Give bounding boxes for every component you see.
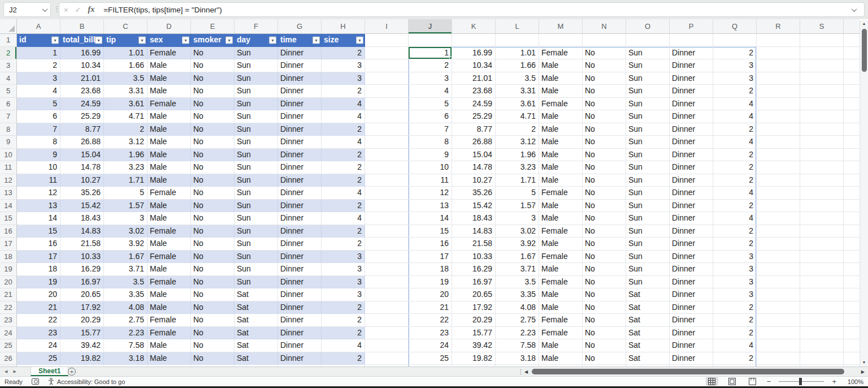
cell-R1[interactable]: [757, 34, 800, 47]
cell-J22[interactable]: 21: [409, 301, 452, 314]
cell-M13[interactable]: Female: [539, 187, 583, 200]
cell-O23[interactable]: Sat: [626, 314, 670, 327]
cell-P5[interactable]: Dinner: [670, 85, 713, 98]
cell-D8[interactable]: Male: [147, 123, 191, 136]
cell-S15[interactable]: [800, 212, 844, 225]
cell-M5[interactable]: Male: [539, 85, 583, 98]
cell-S10[interactable]: [800, 149, 844, 162]
cell-J14[interactable]: 13: [409, 200, 452, 213]
cell-I16[interactable]: [365, 225, 409, 238]
cell-B4[interactable]: 21.01: [60, 72, 104, 85]
cell-P12[interactable]: Dinner: [670, 174, 713, 187]
cell-P7[interactable]: Dinner: [670, 110, 713, 123]
cell-R10[interactable]: [757, 149, 800, 162]
cell-M2[interactable]: Female: [539, 47, 583, 60]
cell-C16[interactable]: 3.02: [104, 225, 147, 238]
filter-dropdown-icon[interactable]: ▾: [225, 37, 233, 44]
cell-A8[interactable]: 7: [17, 123, 60, 136]
cell-M21[interactable]: Male: [539, 288, 583, 301]
cell-E4[interactable]: No: [191, 72, 235, 85]
cell-P20[interactable]: Dinner: [670, 276, 713, 289]
cell-N23[interactable]: No: [583, 314, 626, 327]
cell-K13[interactable]: 35.26: [452, 187, 496, 200]
cell-C9[interactable]: 3.12: [104, 136, 147, 149]
cell-N20[interactable]: No: [583, 276, 626, 289]
cell-N10[interactable]: No: [583, 149, 626, 162]
cell-F24[interactable]: Sat: [235, 327, 278, 340]
vertical-scrollbar-thumb[interactable]: [862, 29, 867, 72]
cell-C4[interactable]: 3.5: [104, 72, 147, 85]
cell-S9[interactable]: [800, 136, 844, 149]
cell-Q17[interactable]: 2: [713, 238, 757, 251]
cell-I26[interactable]: [365, 352, 409, 365]
cell-P11[interactable]: Dinner: [670, 161, 713, 174]
cell-J4[interactable]: 3: [409, 72, 452, 85]
cell-E16[interactable]: No: [191, 225, 235, 238]
cell-H17[interactable]: 2: [322, 238, 365, 251]
cell-B10[interactable]: 15.04: [60, 149, 104, 162]
cell-Q5[interactable]: 2: [713, 85, 757, 98]
cell-C18[interactable]: 1.67: [104, 251, 147, 264]
cell-I18[interactable]: [365, 251, 409, 264]
cell-N7[interactable]: No: [583, 110, 626, 123]
cell-P4[interactable]: Dinner: [670, 72, 713, 85]
row-header-24[interactable]: 24: [0, 327, 17, 340]
cell-G15[interactable]: Dinner: [278, 212, 322, 225]
cell-R13[interactable]: [757, 187, 800, 200]
scroll-up-icon[interactable]: ▲: [860, 20, 868, 27]
cell-H18[interactable]: 3: [322, 251, 365, 264]
cell-N18[interactable]: No: [583, 251, 626, 264]
cell-M22[interactable]: Male: [539, 301, 583, 314]
cell-K3[interactable]: 10.34: [452, 59, 496, 72]
macro-record-icon[interactable]: [32, 378, 39, 385]
cell-B14[interactable]: 15.42: [60, 200, 104, 213]
cell-C25[interactable]: 7.58: [104, 339, 147, 352]
cell-L22[interactable]: 4.08: [496, 301, 539, 314]
cell-I25[interactable]: [365, 339, 409, 352]
row-header-19[interactable]: 19: [0, 263, 17, 276]
cell-M3[interactable]: Male: [539, 59, 583, 72]
cell-P26[interactable]: Dinner: [670, 352, 713, 365]
cell-L21[interactable]: 3.35: [496, 288, 539, 301]
row-header-17[interactable]: 17: [0, 238, 17, 251]
cell-H16[interactable]: 2: [322, 225, 365, 238]
cell-K21[interactable]: 20.65: [452, 288, 496, 301]
cell-S1[interactable]: [800, 34, 844, 47]
cell-K26[interactable]: 19.82: [452, 352, 496, 365]
cell-S16[interactable]: [800, 225, 844, 238]
cell-O17[interactable]: Sun: [626, 238, 670, 251]
cancel-icon[interactable]: ×: [64, 6, 68, 14]
cell-B12[interactable]: 10.27: [60, 174, 104, 187]
cell-O1[interactable]: [626, 34, 670, 47]
cell-A20[interactable]: 19: [17, 276, 60, 289]
cell-H21[interactable]: 3: [322, 288, 365, 301]
cell-M11[interactable]: Male: [539, 161, 583, 174]
column-header-H[interactable]: H: [322, 19, 365, 34]
cell-J9[interactable]: 8: [409, 136, 452, 149]
insert-function-icon[interactable]: fx: [88, 5, 95, 14]
cell-J1[interactable]: [409, 34, 452, 47]
cell-E10[interactable]: No: [191, 149, 235, 162]
cell-P8[interactable]: Dinner: [670, 123, 713, 136]
cell-N8[interactable]: No: [583, 123, 626, 136]
cell-I23[interactable]: [365, 314, 409, 327]
scrollbar-resize-handle[interactable]: ⋮: [518, 368, 524, 376]
zoom-slider[interactable]: [779, 381, 824, 382]
cell-B6[interactable]: 24.59: [60, 98, 104, 111]
cell-C2[interactable]: 1.01: [104, 47, 147, 60]
cell-S14[interactable]: [800, 200, 844, 213]
cell-J24[interactable]: 23: [409, 327, 452, 340]
cell-L6[interactable]: 3.61: [496, 98, 539, 111]
cell-K6[interactable]: 24.59: [452, 98, 496, 111]
filter-dropdown-icon[interactable]: ▾: [51, 37, 59, 44]
column-header-P[interactable]: P: [670, 19, 713, 34]
cell-P23[interactable]: Dinner: [670, 314, 713, 327]
cell-N13[interactable]: No: [583, 187, 626, 200]
cell-D17[interactable]: Male: [147, 238, 191, 251]
cell-F10[interactable]: Sun: [235, 149, 278, 162]
cell-H19[interactable]: 3: [322, 263, 365, 276]
cell-C6[interactable]: 3.61: [104, 98, 147, 111]
cell-H24[interactable]: 2: [322, 327, 365, 340]
cell-B25[interactable]: 39.42: [60, 339, 104, 352]
cell-H25[interactable]: 4: [322, 339, 365, 352]
